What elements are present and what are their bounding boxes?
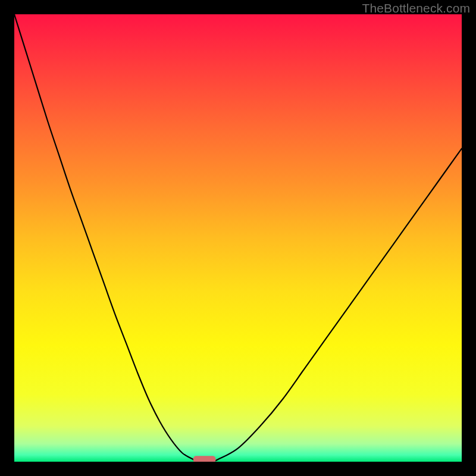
- chart-frame: [14, 14, 462, 462]
- bottleneck-chart: [14, 14, 462, 462]
- gradient-background: [14, 14, 462, 462]
- watermark-text: TheBottleneck.com: [362, 1, 470, 15]
- optimal-range-marker: [193, 456, 216, 462]
